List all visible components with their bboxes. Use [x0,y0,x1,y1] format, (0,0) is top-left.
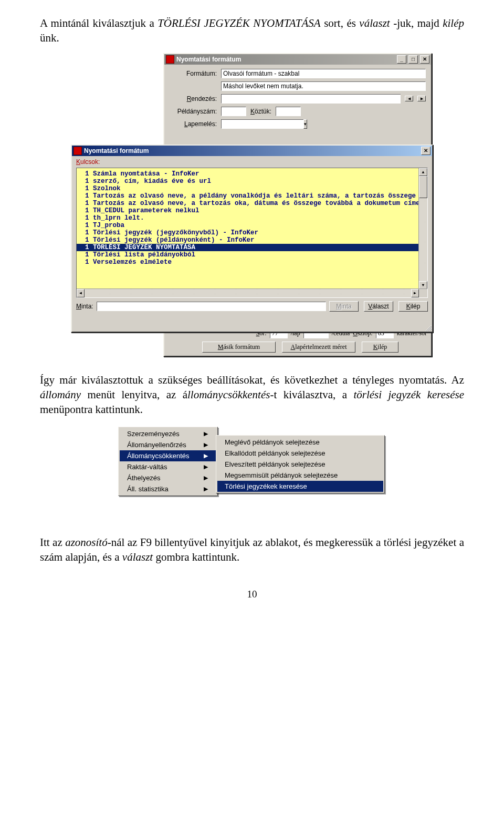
screenshot-print-format: Nyomtatási formátum _ □ ✕ Formátum: Rend… [71,53,433,358]
after-it1: azonosító [65,536,108,549]
close-button[interactable]: ✕ [420,55,429,64]
menu-item[interactable]: Raktár-váltás▶ [120,461,216,472]
intro-pre: A mintánál kiválasztjuk a [40,17,158,29]
app-icon-front [74,147,82,155]
hscroll-track[interactable] [85,289,411,297]
scroll-thumb[interactable] [419,176,427,198]
spin-left-icon[interactable]: ◀ [405,96,413,101]
scroll-down-icon[interactable]: ▼ [419,281,427,289]
input-peldanyszam[interactable] [221,107,246,116]
screenshot-context-menu: Szerzeményezés▶Állományellenőrzés▶Állomá… [118,425,386,520]
list-item[interactable]: 1 TJ_proba [77,222,427,229]
list-item[interactable]: 1 Tartozás az olvasó neve, a példány von… [77,192,427,200]
submenu-arrow-icon: ▶ [204,474,208,481]
scroll-right-icon[interactable]: ▶ [411,289,419,297]
list-item[interactable]: 1 Számla nyomtatása - InfoKer [77,170,427,178]
submenu-arrow-icon: ▶ [204,463,208,470]
input-koztuk[interactable] [276,107,301,116]
maximize-button[interactable]: □ [408,55,418,64]
label-kulcsok: Kulcsok: [76,158,100,166]
titlebar-front-text: Nyomtatási formátum [84,147,419,154]
list-item[interactable]: 1 th_lprn lelt. [77,214,427,222]
resize-grip-icon[interactable] [424,324,432,331]
after-s3: gombra kattintunk. [153,551,239,563]
button-kilep-front[interactable]: Kilép [398,301,428,312]
between-it2: llománycsökkentés [187,388,270,401]
close-button-front[interactable]: ✕ [421,147,430,155]
button-kilep-back[interactable]: Kilép [362,342,398,353]
menu-item[interactable]: Meglévő példányok selejtezése [217,437,383,448]
button-masik-formatum[interactable]: MMásik formátumásik formátum [202,342,276,353]
between-it1: állomány [40,388,81,401]
intro-mid2: -juk, majd [393,17,443,29]
submenu-arrow-icon: ▶ [204,430,208,437]
after-s1: Itt az [40,536,65,549]
intro-italic-3: kilép [443,17,464,29]
titlebar-front: Nyomtatási formátum ✕ [72,146,432,156]
context-menu-right[interactable]: Meglévő példányok selejtezéseElkallódott… [216,435,385,493]
menu-item[interactable]: Megsemmisült példányok selejtezése [217,470,383,481]
between-s2: menüt lenyitva, az á [81,388,187,401]
menu-item[interactable]: Elveszített példányok selejtezése [217,459,383,470]
after-paragraph: Itt az azonosító-nál az F9 billentyűvel … [40,535,464,565]
list-item[interactable]: 1 szerző, cím, kiadás éve és url [77,178,427,185]
between-s3: -t kiválasztva, a [270,388,353,401]
vertical-scrollbar[interactable]: ▲ ▼ [418,168,427,289]
label-peldanyszam: Példányszám: [170,108,217,115]
spin-rendezes-r[interactable]: ▶ [417,96,426,101]
list-item[interactable]: 1 Verselemzés elmélete [77,259,427,266]
horizontal-scrollbar[interactable]: ◀ ▶ [77,288,427,297]
label-minta: Minta: [76,303,93,310]
page-number: 10 [40,589,464,600]
menu-item[interactable]: Áll. statisztika▶ [120,483,216,494]
list-item[interactable]: 1 Tartozás az olvasó neve, a tartozás ok… [77,200,427,207]
intro-italic-2: választ [359,17,390,29]
list-item[interactable]: 1 TÖRLÉSI JEGYZÉK NYOMTATÁSA [77,244,427,251]
menu-item[interactable]: Törlési jegyzékek keresése [217,481,383,492]
menu-item[interactable]: Állománycsökkentés▶ [120,450,216,461]
input-rendezes[interactable] [221,94,401,104]
list-item[interactable]: 1 Szolnok [77,185,427,192]
between-paragraph: Így már kiválasztottuk a szükséges beáll… [40,373,464,417]
combo-lapemeles[interactable]: ▾ [221,119,284,129]
listbox-kulcsok[interactable]: 1 Számla nyomtatása - InfoKer1 szerző, c… [76,168,428,298]
menu-item[interactable]: Állományellenőrzés▶ [120,439,216,450]
scroll-track[interactable] [419,176,427,281]
list-item[interactable]: 1 Törlési jegyzék (példányonként) - Info… [77,236,427,244]
list-item[interactable]: 1 Törlési jegyzék (jegyzőkönyvből) - Inf… [77,229,427,236]
app-icon [166,55,174,64]
spin-rendezes[interactable]: ◀ [405,96,413,101]
between-s4: menüpontra kattintunk. [40,403,143,416]
label-rendezes: Rendezés: [170,95,217,102]
input-formatum[interactable] [221,69,426,78]
scroll-left-icon[interactable]: ◀ [77,289,85,297]
menu-item[interactable]: Elkallódott példányok selejtezése [217,448,383,459]
intro-end: ünk. [40,32,59,44]
intro-paragraph: A mintánál kiválasztjuk a TÖRLÉSI JEGYZÉ… [40,16,464,46]
spin-right-icon[interactable]: ▶ [417,96,426,101]
list-item[interactable]: 1 TH_CEDUL parameterek nelkul [77,207,427,214]
context-menu-left[interactable]: Szerzeményezés▶Állományellenőrzés▶Állomá… [118,427,218,496]
label-formatum: Formátum: [170,70,217,77]
submenu-arrow-icon: ▶ [204,486,208,492]
dropdown-icon[interactable]: ▾ [303,119,307,129]
menu-item[interactable]: Áthelyezés▶ [120,472,216,483]
intro-mid: sort, és [324,17,359,29]
between-it3: törlési jegyzék keresése [353,388,464,401]
submenu-arrow-icon: ▶ [204,441,208,448]
between-s1: Így már kiválasztottuk a szükséges beáll… [40,374,464,386]
button-minta[interactable]: Minta [329,301,359,312]
button-alapertelmezett[interactable]: Alapértelmezett méret [282,342,355,353]
input-lapemeles[interactable] [221,119,303,129]
label-koztuk: Köztük: [250,108,271,115]
combo-rendezes[interactable] [221,94,401,104]
titlebar-back: Nyomtatási formátum _ □ ✕ [164,54,431,65]
minimize-button[interactable]: _ [397,55,406,64]
input-minta[interactable] [97,302,326,311]
scroll-up-icon[interactable]: ▲ [419,168,427,176]
list-item[interactable]: 1 Törlési lista példányokból [77,251,427,259]
menu-item[interactable]: Szerzeményezés▶ [120,428,216,439]
button-valaszt[interactable]: Választ [364,301,393,312]
input-sub[interactable] [221,81,426,91]
submenu-arrow-icon: ▶ [204,452,208,459]
